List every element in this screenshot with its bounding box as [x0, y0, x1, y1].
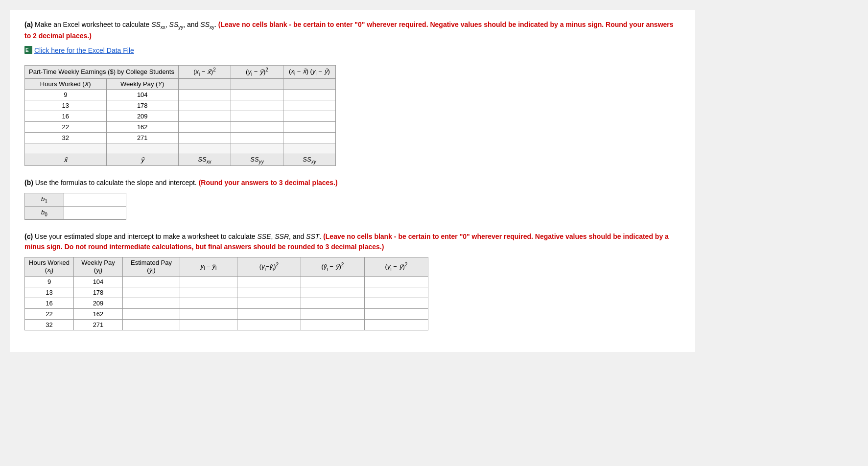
sum-cell-2[interactable]: [106, 143, 178, 154]
c-cell-5[interactable]: [237, 277, 301, 287]
c-cell-6[interactable]: [301, 277, 365, 287]
c-input-7-r1[interactable]: [372, 278, 421, 285]
c-input-4-r3[interactable]: [184, 300, 233, 307]
c-cell-7[interactable]: [365, 287, 428, 298]
c-input-6-r3[interactable]: [308, 300, 357, 307]
input-sum-y[interactable]: [120, 145, 164, 152]
c-input-6-r1[interactable]: [308, 278, 357, 285]
c-input-5-r3[interactable]: [245, 300, 294, 307]
b1-input-cell[interactable]: [64, 193, 126, 207]
c-cell-3[interactable]: [123, 320, 180, 330]
input-col5-r3[interactable]: [287, 113, 331, 120]
cell-col5[interactable]: [283, 132, 335, 143]
b1-label: b1: [25, 193, 64, 207]
c-input-6-r4[interactable]: [308, 310, 357, 318]
c-input-4-r1[interactable]: [184, 278, 233, 285]
cell-col3[interactable]: [178, 121, 231, 132]
c-cell-4[interactable]: [180, 277, 237, 287]
b0-input[interactable]: [68, 209, 122, 216]
sum-cell-3[interactable]: [178, 143, 231, 154]
c-cell-6[interactable]: [301, 309, 365, 320]
c-input-4-r2[interactable]: [184, 289, 233, 296]
c-input-4-r5[interactable]: [184, 321, 233, 328]
c-cell-3[interactable]: [123, 277, 180, 287]
sum-cell-4[interactable]: [231, 143, 283, 154]
input-sum-col5[interactable]: [287, 145, 331, 152]
cell-col4[interactable]: [231, 121, 283, 132]
c-input-6-r5[interactable]: [308, 321, 357, 328]
cell-col5[interactable]: [283, 89, 335, 100]
c-cell-3[interactable]: [123, 287, 180, 298]
input-sum-col3[interactable]: [183, 145, 227, 152]
cell-col4[interactable]: [231, 111, 283, 121]
input-col4-r3[interactable]: [235, 113, 279, 120]
c-cell-6[interactable]: [301, 320, 365, 330]
c-input-3-r5[interactable]: [127, 321, 176, 328]
input-col3-r2[interactable]: [183, 102, 227, 109]
input-col4-r1[interactable]: [235, 91, 279, 98]
c-cell-3[interactable]: [123, 298, 180, 309]
cell-col4[interactable]: [231, 132, 283, 143]
col3-label-blank: [178, 78, 231, 89]
input-sum-x[interactable]: [44, 145, 88, 152]
cell-col4[interactable]: [231, 100, 283, 111]
input-col4-r4[interactable]: [235, 123, 279, 131]
c-input-7-r4[interactable]: [372, 310, 421, 318]
slope-table: b1 b0: [24, 193, 126, 219]
c-cell-5[interactable]: [237, 320, 301, 330]
input-col3-r4[interactable]: [183, 123, 227, 131]
c-cell-4[interactable]: [180, 298, 237, 309]
sum-cell-1[interactable]: [25, 143, 107, 154]
cell-col5[interactable]: [283, 111, 335, 121]
c-cell-4[interactable]: [180, 309, 237, 320]
c-input-3-r4[interactable]: [127, 310, 176, 318]
input-col3-r5[interactable]: [183, 134, 227, 141]
c-cell-7[interactable]: [365, 309, 428, 320]
c-cell-5[interactable]: [237, 287, 301, 298]
c-input-3-r1[interactable]: [127, 278, 176, 285]
c-input-3-r2[interactable]: [127, 289, 176, 296]
c-cell-6[interactable]: [301, 287, 365, 298]
c-input-7-r3[interactable]: [372, 300, 421, 307]
excel-link[interactable]: E Click here for the Excel Data File: [24, 46, 134, 55]
c-input-7-r5[interactable]: [372, 321, 421, 328]
cell-col4[interactable]: [231, 89, 283, 100]
input-col5-r2[interactable]: [287, 102, 331, 109]
cell-col3[interactable]: [178, 89, 231, 100]
c-input-4-r4[interactable]: [184, 310, 233, 318]
c-cell-5[interactable]: [237, 309, 301, 320]
b1-input[interactable]: [68, 196, 122, 204]
sum-cell-5[interactable]: [283, 143, 335, 154]
c-input-6-r2[interactable]: [308, 289, 357, 296]
c-cell-4[interactable]: [180, 320, 237, 330]
c-input-5-r1[interactable]: [245, 278, 294, 285]
col4-label-blank: [231, 78, 283, 89]
cell-col3[interactable]: [178, 132, 231, 143]
c-input-7-r2[interactable]: [372, 289, 421, 296]
cell-col3[interactable]: [178, 100, 231, 111]
input-sum-col4[interactable]: [235, 145, 279, 152]
cell-col3[interactable]: [178, 111, 231, 121]
c-cell-5[interactable]: [237, 298, 301, 309]
c-cell-6[interactable]: [301, 298, 365, 309]
input-col5-r5[interactable]: [287, 134, 331, 141]
cell-col5[interactable]: [283, 100, 335, 111]
c-input-5-r4[interactable]: [245, 310, 294, 318]
input-col5-r1[interactable]: [287, 91, 331, 98]
input-col4-r5[interactable]: [235, 134, 279, 141]
c-cell-7[interactable]: [365, 320, 428, 330]
c-cell-7[interactable]: [365, 277, 428, 287]
c-cell-4[interactable]: [180, 287, 237, 298]
c-input-3-r3[interactable]: [127, 300, 176, 307]
c-x-val: 32: [25, 320, 74, 330]
input-col4-r2[interactable]: [235, 102, 279, 109]
b0-input-cell[interactable]: [64, 206, 126, 219]
c-input-5-r5[interactable]: [245, 321, 294, 328]
c-cell-3[interactable]: [123, 309, 180, 320]
input-col3-r1[interactable]: [183, 91, 227, 98]
cell-col5[interactable]: [283, 121, 335, 132]
input-col5-r4[interactable]: [287, 123, 331, 131]
c-input-5-r2[interactable]: [245, 289, 294, 296]
c-cell-7[interactable]: [365, 298, 428, 309]
input-col3-r3[interactable]: [183, 113, 227, 120]
